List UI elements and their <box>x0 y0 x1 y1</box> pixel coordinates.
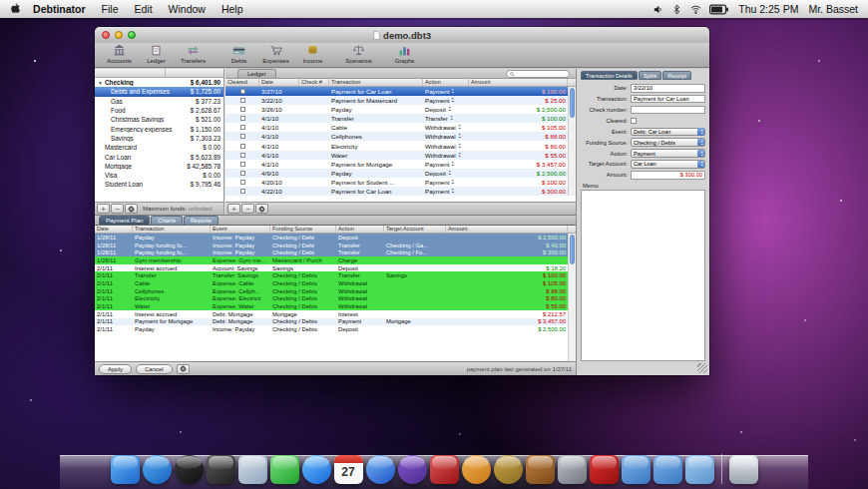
ledger-row[interactable]: 3/26/10PaydayDeposit$ 2,500.00 <box>225 105 568 114</box>
ledger-scrollbar[interactable] <box>568 87 576 196</box>
toolbar-graphs[interactable]: Graphs <box>386 44 423 64</box>
toolbar-debts[interactable]: Debts <box>220 44 257 64</box>
plan-header-funding-source[interactable]: Funding Source <box>270 226 336 233</box>
cleared-checkbox[interactable] <box>240 107 245 112</box>
dock-imovie-icon[interactable] <box>398 455 427 484</box>
date-field[interactable]: 3/22/10 <box>631 84 705 93</box>
plan-row[interactable]: 2/1/11Interest accruedAccount: SavingsSa… <box>95 264 568 272</box>
sidebar-row[interactable]: Debts and Expenses$ 1,725.00 <box>95 87 223 96</box>
ledger-header-action[interactable]: Action <box>423 79 469 86</box>
dock-calendar-icon[interactable]: 27 <box>334 455 363 484</box>
ledger-row[interactable]: 4/9/10PaydayDeposit$ 2,500.00 <box>225 169 568 178</box>
apple-menu-icon[interactable] <box>10 3 21 15</box>
remove-envelope-button[interactable]: − <box>111 204 124 214</box>
check-number-field[interactable] <box>631 106 705 115</box>
toolbar-scenarios[interactable]: Scenarios <box>340 44 377 64</box>
menu-help[interactable]: Help <box>214 3 251 15</box>
menu-edit[interactable]: Edit <box>126 3 160 15</box>
dock-folder-applications-icon[interactable] <box>622 455 651 484</box>
battery-icon[interactable] <box>709 4 729 15</box>
toolbar-expenses[interactable]: Expenses <box>257 44 294 64</box>
ledger-row[interactable]: 4/1/10CellphonesWithdrawal$ 88.00 <box>225 132 568 141</box>
ledger-header-amount[interactable]: Amount <box>469 79 568 86</box>
dock-mail-icon[interactable] <box>238 455 267 484</box>
menu-window[interactable]: Window <box>161 3 214 15</box>
ledger-cell-action[interactable]: Payment <box>423 188 469 195</box>
plan-row[interactable]: 2/1/11CellphonesExpense: Cellph...Checki… <box>95 287 568 295</box>
ledger-row[interactable]: 4/1/10Payment for MortgagePayment$ 3,457… <box>225 160 568 169</box>
dock-safari-icon[interactable] <box>302 455 331 484</box>
dock-folder-documents-icon[interactable] <box>653 455 682 484</box>
transaction-field[interactable]: Payment for Car Loan <box>631 95 705 104</box>
dock-delicious-library-icon[interactable] <box>590 455 619 484</box>
tab-splits[interactable]: Splits <box>639 71 661 80</box>
ledger-cell-action[interactable]: Deposit <box>423 170 469 177</box>
ledger-row[interactable]: 3/22/10Payment for MastercardPayment$ 25… <box>225 96 568 105</box>
cleared-checkbox[interactable] <box>240 98 245 103</box>
menu-debtinator[interactable]: Debtinator <box>25 3 94 15</box>
resize-grip[interactable] <box>697 363 707 373</box>
cleared-checkbox[interactable] <box>240 125 245 130</box>
tab-ledger[interactable]: Ledger <box>237 69 276 78</box>
tab-payment-plan[interactable]: Payment Plan <box>99 216 150 225</box>
plan-header-target-account[interactable]: Target Account <box>384 226 446 233</box>
sidebar-row[interactable]: Student Loan$ 9,795.46 <box>95 180 223 189</box>
toolbar-income[interactable]: Income <box>294 44 331 64</box>
toolbar-accounts[interactable]: Accounts <box>101 44 138 64</box>
minimize-button[interactable] <box>115 31 123 39</box>
ledger-cell-action[interactable]: Payment <box>423 97 469 104</box>
action-select[interactable]: Payment <box>631 149 705 158</box>
cleared-checkbox[interactable] <box>631 118 637 124</box>
dock-garageband-icon[interactable] <box>526 455 555 484</box>
dock-finder-icon[interactable] <box>111 455 140 484</box>
dock-downloads-stack-icon[interactable] <box>685 455 714 484</box>
ledger-row[interactable]: 4/1/10TransferTransfer$ 100.00 <box>225 114 568 123</box>
dock-aperture-icon[interactable] <box>494 455 523 484</box>
plan-header-event[interactable]: Event <box>211 226 270 233</box>
add-envelope-button[interactable]: + <box>97 204 110 214</box>
plan-row[interactable]: 2/1/11TransferTransfer: SavingsChecking … <box>95 271 568 279</box>
plan-header-action[interactable]: Action <box>336 226 384 233</box>
funding-source-select[interactable]: Checking / Debts <box>631 138 705 147</box>
user-menu[interactable]: Mr. Basset <box>808 3 858 15</box>
sidebar-row[interactable]: Savings$ 7,303.23 <box>95 134 223 143</box>
sidebar-row[interactable]: Mastercard$ 0.00 <box>95 143 223 152</box>
ledger-header-check[interactable]: Check # <box>299 79 329 86</box>
ledger-row[interactable]: 4/20/10Payment for Student ...Payment$ 1… <box>225 178 568 187</box>
ledger-cell-action[interactable]: Withdrawal <box>423 124 469 131</box>
dock-iphoto-icon[interactable] <box>462 455 491 484</box>
close-button[interactable] <box>102 31 110 39</box>
plan-row[interactable]: 1/28/11Payday funding fo...Income: Payda… <box>95 248 568 256</box>
plan-row[interactable]: 2/1/11Payment for MortgageDebt: Mortgage… <box>95 318 568 326</box>
ledger-cell-action[interactable]: Payment <box>423 88 469 95</box>
cleared-checkbox[interactable] <box>240 153 245 158</box>
plan-row[interactable]: 2/1/11ElectricityExpense: ElectricitChec… <box>95 295 568 303</box>
cleared-checkbox[interactable] <box>240 189 245 194</box>
zoom-button[interactable] <box>128 31 136 39</box>
cancel-button[interactable]: Cancel <box>136 364 173 374</box>
dock-facetime-icon[interactable] <box>270 455 299 484</box>
plan-row[interactable]: 2/1/11WaterExpense: WaterChecking / Debt… <box>95 302 568 310</box>
plan-scrollbar[interactable] <box>568 234 576 361</box>
wifi-icon[interactable] <box>690 4 701 15</box>
cleared-checkbox[interactable] <box>240 144 245 149</box>
tab-reports[interactable]: Reports <box>184 216 218 225</box>
event-select[interactable]: Debt: Car Loan <box>631 128 705 137</box>
sidebar-row[interactable]: ▼Checking$ 6,401.90 <box>95 78 223 87</box>
cleared-checkbox[interactable] <box>240 180 245 185</box>
menu-file[interactable]: File <box>94 3 127 15</box>
toolbar-ledger[interactable]: Ledger <box>138 44 175 64</box>
plan-header-date[interactable]: Date <box>95 226 133 233</box>
sidebar-row[interactable]: Visa$ 0.00 <box>95 171 223 180</box>
plan-row[interactable]: 2/1/11CableExpense: CableChecking / Debt… <box>95 279 568 287</box>
plan-gear-button[interactable] <box>177 364 190 374</box>
dock-app-store-icon[interactable] <box>143 455 172 484</box>
ledger-row[interactable]: 4/1/10CableWithdrawal$ 105.00 <box>225 123 568 132</box>
transaction-gear-button[interactable] <box>255 204 268 214</box>
ledger-cell-action[interactable]: Withdrawal <box>423 133 469 140</box>
plan-row[interactable]: 2/1/11PaydayIncome: PaydayChecking / Deb… <box>95 325 568 333</box>
sidebar-row[interactable]: Food$ 2,628.67 <box>95 106 223 115</box>
plan-row[interactable]: 1/28/11PaydayIncome: PaydayChecking / De… <box>95 234 568 242</box>
ledger-header-date[interactable]: Date <box>259 79 299 86</box>
bluetooth-icon[interactable] <box>671 4 682 15</box>
